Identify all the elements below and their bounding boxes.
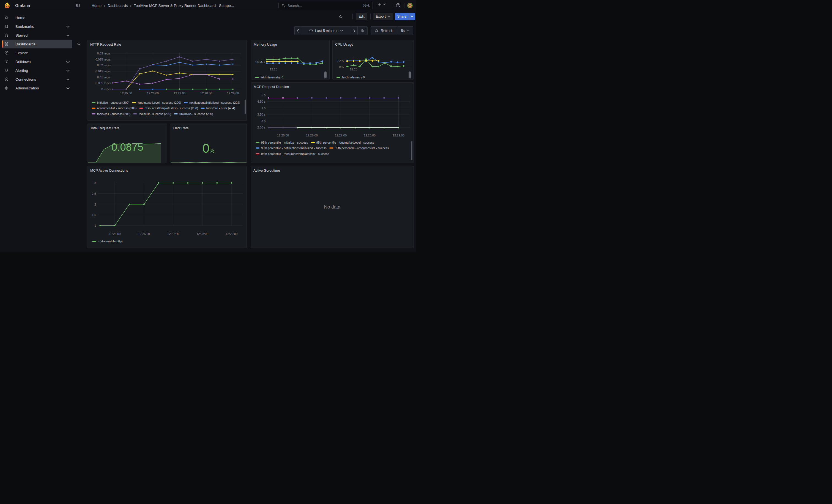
panel-memory-usage: Memory Usage 16 MiB12:25 fetch-telemetry… xyxy=(251,40,330,80)
navbar: Grafana Home › Dashboards › ToolHive MCP… xyxy=(0,0,416,11)
breadcrumb-chevron-icon: › xyxy=(130,4,131,8)
share-menu-button[interactable] xyxy=(409,13,415,20)
legend-item[interactable]: notifications/initialized - success (202… xyxy=(184,101,240,104)
sidebar-item-starred[interactable]: Starred xyxy=(2,31,72,39)
legend-item[interactable]: resources/list - success (200) xyxy=(92,106,136,110)
sidebar-item-bookmarks[interactable]: Bookmarks xyxy=(2,22,72,31)
help-button[interactable] xyxy=(396,3,400,8)
bell-icon xyxy=(4,68,9,73)
legend-item[interactable]: - (streamable-http) xyxy=(92,239,123,243)
breadcrumb: Home › Dashboards › ToolHive MCP Server … xyxy=(92,0,234,11)
svg-text:12:25: 12:25 xyxy=(270,68,277,71)
chart-mcp-active-connections[interactable]: 32.521.5112:25:0012:26:0012:27:0012:28:0… xyxy=(88,166,246,248)
legend-item[interactable]: tools/call - error (404) xyxy=(201,106,235,110)
chart-canvas[interactable]: 32.521.5112:25:0012:26:0012:27:0012:28:0… xyxy=(88,166,246,248)
nav-divider xyxy=(393,3,393,8)
sidebar-item-administration[interactable]: Administration xyxy=(2,84,72,92)
chevron-down-icon[interactable] xyxy=(66,68,70,73)
search-box[interactable]: ⌘+k xyxy=(279,2,373,9)
legend-swatch xyxy=(256,148,259,149)
legend-item[interactable]: 95th percentile - notifications/initiali… xyxy=(256,147,327,150)
panel-title[interactable]: Memory Usage xyxy=(254,43,277,47)
zoom-out-button[interactable] xyxy=(357,26,368,35)
legend-scrollbar[interactable] xyxy=(324,72,327,78)
legend-item[interactable]: resources/templates/list - success (200) xyxy=(139,106,198,110)
legend-item[interactable]: 95th percentile - initialize - success xyxy=(256,140,308,144)
search-shortcut: ⌘+k xyxy=(363,4,370,7)
legend-item[interactable]: 95th percentile - resources/templates/li… xyxy=(256,152,329,155)
svg-text:12:25:00: 12:25:00 xyxy=(109,232,121,236)
panel-total-request-rate: Total Request Rate 0.0875 xyxy=(87,124,167,163)
svg-text:0.025 req/s: 0.025 req/s xyxy=(96,58,111,61)
panel-title[interactable]: MCP Active Connections xyxy=(90,169,128,173)
new-menu-button[interactable] xyxy=(378,2,386,7)
breadcrumb-home[interactable]: Home xyxy=(92,4,102,8)
legend-swatch xyxy=(337,77,340,78)
legend-item[interactable]: unknown - success (200) xyxy=(174,112,213,115)
legend-item[interactable]: fetch-telemetry-0 xyxy=(337,75,365,79)
legend-item[interactable]: 95th percentile - resources/list - succe… xyxy=(329,147,389,150)
svg-text:12:25:00: 12:25:00 xyxy=(277,134,289,137)
legend-item[interactable]: initialize - success (200) xyxy=(92,101,129,104)
edit-button[interactable]: Edit xyxy=(356,13,367,20)
sidebar-item-alerting[interactable]: Alerting xyxy=(2,66,72,75)
legend-item[interactable]: tools/list - success (200) xyxy=(133,112,171,115)
legend-item[interactable]: tools/call - success (200) xyxy=(92,112,130,115)
sidebar-item-dashboards[interactable]: Dashboards xyxy=(2,39,72,48)
svg-text:0%: 0% xyxy=(339,65,344,69)
chevron-down-icon[interactable] xyxy=(66,24,70,29)
export-button[interactable]: Export xyxy=(373,13,393,20)
grafana-logo-icon[interactable] xyxy=(4,2,10,10)
panel-left-icon[interactable] xyxy=(75,3,80,9)
search-input[interactable] xyxy=(287,4,361,8)
favorite-star-button[interactable] xyxy=(337,13,344,20)
panel-title[interactable]: MCP Request Duration xyxy=(254,85,289,89)
legend-swatch xyxy=(255,77,259,78)
svg-text:12:25:00: 12:25:00 xyxy=(120,91,132,95)
legend-item[interactable]: logging/setLevel - success (200) xyxy=(132,101,181,104)
plug-icon xyxy=(4,77,9,81)
avatar[interactable] xyxy=(407,3,413,8)
panel-http-request-rate: HTTP Request Rate 0 req/s0.005 req/s0.01… xyxy=(87,40,247,121)
panel-title[interactable]: CPU Usage xyxy=(335,43,353,47)
chevron-down-icon[interactable] xyxy=(66,59,70,64)
legend-item[interactable]: 95th percentile - logging/setLevel - suc… xyxy=(311,140,374,144)
time-forward-button[interactable] xyxy=(351,26,358,35)
svg-text:2.5: 2.5 xyxy=(92,192,96,195)
legend-scrollbar[interactable] xyxy=(409,72,411,78)
svg-text:0 req/s: 0 req/s xyxy=(101,87,111,91)
chevron-down-icon[interactable] xyxy=(66,85,70,90)
breadcrumb-dashboards[interactable]: Dashboards xyxy=(108,4,128,8)
legend-scrollbar[interactable] xyxy=(244,100,246,114)
panel-title[interactable]: HTTP Request Rate xyxy=(90,43,121,47)
brand-title[interactable]: Grafana xyxy=(15,3,30,8)
legend-item[interactable]: fetch-telemetry-0 xyxy=(255,75,283,79)
time-back-button[interactable] xyxy=(294,26,301,35)
panel-title[interactable]: Total Request Rate xyxy=(90,126,120,130)
legend-swatch xyxy=(311,142,315,143)
bookmark-icon xyxy=(4,24,9,29)
legend-scrollbar[interactable] xyxy=(411,141,412,160)
chevron-down-icon[interactable] xyxy=(66,33,70,38)
sidebar-item-connections[interactable]: Connections xyxy=(2,75,72,84)
legend-swatch xyxy=(329,148,333,149)
legend-label: unknown - success (200) xyxy=(179,112,213,115)
panel-title[interactable]: Active Goroutines xyxy=(253,169,281,173)
refresh-icon xyxy=(375,29,379,33)
svg-text:12:28:00: 12:28:00 xyxy=(200,91,212,95)
chevron-down-icon[interactable] xyxy=(66,77,70,82)
sidebar-item-explore[interactable]: Explore xyxy=(2,48,72,57)
svg-text:3 s: 3 s xyxy=(261,119,265,123)
legend-label: 95th percentile - resources/list - succe… xyxy=(335,147,389,150)
sidebar-item-home[interactable]: Home xyxy=(2,13,72,22)
chevron-down-icon[interactable] xyxy=(77,42,80,47)
legend-label: 95th percentile - initialize - success xyxy=(261,141,308,144)
time-range-picker[interactable]: Last 5 minutes xyxy=(301,26,352,35)
panel-title[interactable]: Error Rate xyxy=(173,126,189,130)
refresh-button[interactable]: Refresh xyxy=(371,26,397,35)
share-button[interactable]: Share xyxy=(395,13,409,20)
legend-swatch xyxy=(92,102,96,103)
svg-text:3: 3 xyxy=(94,181,96,185)
refresh-interval-select[interactable]: 5s xyxy=(397,26,413,35)
sidebar-item-drilldown[interactable]: Drilldown xyxy=(2,57,72,66)
